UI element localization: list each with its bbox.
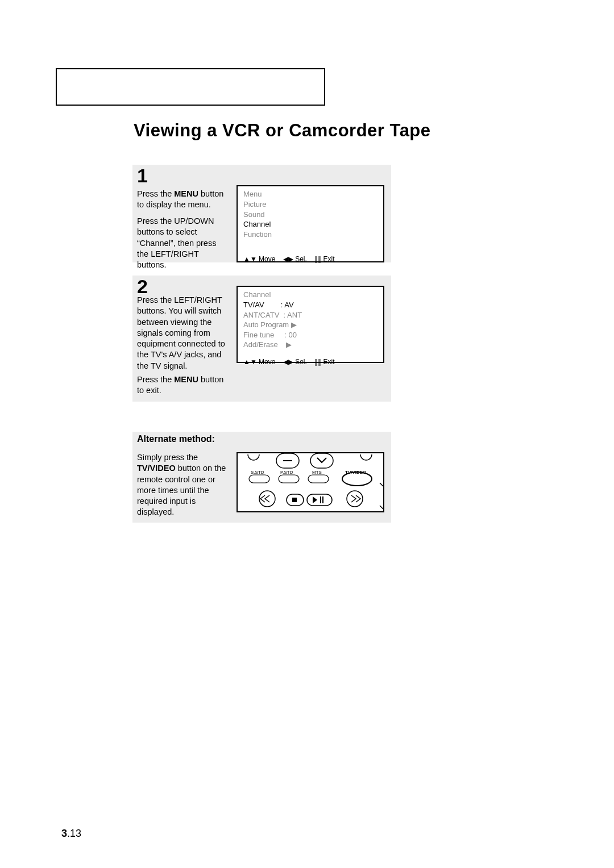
text: Press the bbox=[137, 375, 174, 384]
label: TV/AV bbox=[243, 300, 268, 310]
osd-item-tvav: TV/AV : AV bbox=[243, 300, 377, 310]
remote-btn-tvvideo: TV/VIDEO bbox=[345, 470, 366, 475]
label: Auto Program bbox=[243, 320, 289, 330]
page-title: Viewing a VCR or Camcorder Tape bbox=[134, 120, 431, 141]
arrow-icon: ▶ bbox=[291, 320, 297, 329]
osd-item-finetune: Fine tune : 00 bbox=[243, 330, 377, 340]
osd-screen-menu: Menu Picture Sound Channel Function ▲▼ M… bbox=[237, 185, 384, 262]
menu-icon: ‖‖ bbox=[314, 255, 321, 263]
svg-rect-5 bbox=[279, 475, 299, 483]
remote-btn-pstd: P.STD bbox=[280, 470, 293, 475]
menu-label: MENU bbox=[174, 189, 198, 198]
value: : 00 bbox=[284, 331, 297, 339]
alternate-text: Simply press the TV/VIDEO button on the … bbox=[137, 452, 228, 518]
value: : AV bbox=[281, 301, 294, 309]
label: Fine tune bbox=[243, 330, 274, 340]
step-2-text-1: Press the LEFT/RIGHT buttons. You will s… bbox=[137, 295, 228, 372]
alternate-heading: Alternate method: bbox=[137, 434, 215, 444]
foot-exit: Exit bbox=[323, 255, 335, 263]
updown-icon: ▲▼ bbox=[243, 255, 257, 263]
leftright-icon: ◀▶ bbox=[283, 358, 293, 366]
svg-rect-12 bbox=[307, 494, 332, 506]
label: Add/Erase bbox=[243, 340, 278, 350]
leftright-icon: ◀▶ bbox=[283, 255, 293, 263]
foot-sel: Sel. bbox=[295, 358, 307, 366]
step-1-text-1: Press the MENU button to display the men… bbox=[137, 189, 228, 211]
osd-heading: Menu bbox=[243, 190, 377, 198]
foot-sel: Sel. bbox=[295, 255, 307, 263]
arrow-icon: ▶ bbox=[286, 340, 292, 349]
foot-move: Move bbox=[259, 255, 275, 263]
osd-footer: ▲▼ Move ◀▶ Sel. ‖‖ Exit bbox=[243, 255, 377, 265]
osd-item-function: Function bbox=[243, 229, 377, 240]
page-number-chapter: 3 bbox=[61, 828, 67, 839]
svg-rect-6 bbox=[308, 475, 329, 483]
osd-item-picture: Picture bbox=[243, 199, 377, 210]
step-2-block: 2 Press the LEFT/RIGHT buttons. You will… bbox=[132, 276, 391, 402]
osd-item-sound: Sound bbox=[243, 210, 377, 220]
alternate-block: Alternate method: Simply press the TV/VI… bbox=[132, 432, 391, 523]
osd-item-channel: Channel bbox=[243, 219, 377, 229]
remote-illustration: S.STD P.STD MTS TV/VIDEO bbox=[237, 452, 384, 512]
menu-label: MENU bbox=[174, 375, 198, 384]
page-number-page: .13 bbox=[67, 828, 81, 839]
step-1-text-2: Press the UP/DOWN buttons to select “Cha… bbox=[137, 216, 228, 270]
svg-point-8 bbox=[259, 491, 275, 507]
updown-icon: ▲▼ bbox=[243, 358, 257, 366]
header-box bbox=[56, 68, 325, 106]
osd-screen-channel: Channel TV/AV : AV ANT/CATV : ANT Auto P… bbox=[237, 286, 384, 363]
osd-item-autoprogram: Auto Program ▶ bbox=[243, 320, 377, 330]
svg-rect-4 bbox=[249, 475, 269, 483]
step-1-block: 1 Press the MENU button to display the m… bbox=[132, 165, 391, 262]
page-number: 3.13 bbox=[61, 828, 81, 840]
osd-item-adderase: Add/Erase ▶ bbox=[243, 340, 377, 350]
svg-rect-11 bbox=[292, 498, 297, 502]
svg-rect-1 bbox=[310, 453, 333, 468]
label: ANT/CATV bbox=[243, 310, 279, 320]
step-2-text-2: Press the MENU button to exit. bbox=[137, 374, 228, 397]
tvvideo-label: TV/VIDEO bbox=[137, 464, 176, 473]
step-1-number: 1 bbox=[137, 165, 148, 187]
manual-page: Viewing a VCR or Camcorder Tape 1 Press … bbox=[0, 0, 614, 868]
remote-btn-mts: MTS bbox=[312, 470, 322, 475]
remote-btn-sstd: S.STD bbox=[251, 470, 264, 475]
foot-move: Move bbox=[259, 358, 275, 366]
osd-item-antcatv: ANT/CATV : ANT bbox=[243, 310, 377, 320]
menu-icon: ‖‖ bbox=[314, 358, 321, 366]
text: Simply press the bbox=[137, 453, 198, 462]
foot-exit: Exit bbox=[323, 358, 335, 366]
osd-heading: Channel bbox=[243, 290, 377, 299]
value: : ANT bbox=[284, 311, 302, 319]
osd-footer: ▲▼ Move ◀▶ Sel. ‖‖ Exit bbox=[243, 358, 377, 368]
text: Press the bbox=[137, 189, 174, 198]
